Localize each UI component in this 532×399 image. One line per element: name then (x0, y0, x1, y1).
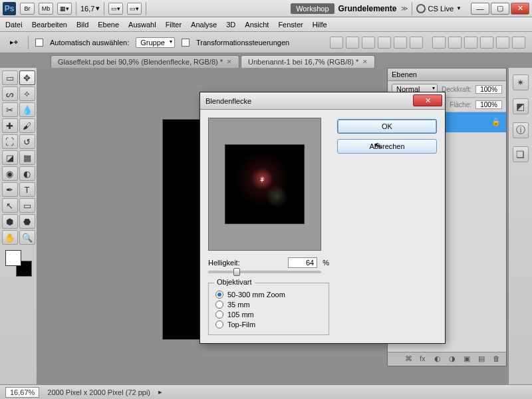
workspace-more-icon[interactable]: ≫ (401, 5, 408, 12)
pen-tool[interactable]: ✒ (2, 182, 18, 197)
align-icon[interactable] (394, 37, 407, 49)
lens-radio-topfilm[interactable] (215, 321, 223, 329)
menu-bearbeiten[interactable]: Bearbeiten (32, 21, 67, 29)
gradient-tool[interactable]: ▦ (19, 150, 35, 165)
ok-button[interactable]: OK (337, 119, 437, 134)
dodge-tool[interactable]: ◐ (19, 166, 35, 181)
blur-tool[interactable]: ◉ (2, 166, 18, 181)
doc-tab[interactable]: Unbenannt-1 bei 16,7% (RGB/8) *✕ (241, 55, 375, 68)
info-panel-icon[interactable]: ⓘ (513, 122, 529, 138)
maximize-button[interactable]: ▢ (491, 3, 509, 15)
crop-tool[interactable]: ✂ (2, 102, 18, 117)
dialog-titlebar[interactable]: Blendenflecke ✕ (200, 92, 445, 110)
menu-ebene[interactable]: Ebene (98, 21, 119, 29)
distribute-icon[interactable] (480, 37, 493, 49)
path-tool[interactable]: ↖ (2, 198, 18, 213)
zoom-selector[interactable]: 16,7▾ (80, 4, 100, 13)
distribute-icon[interactable] (512, 37, 525, 49)
layers-panel-icon[interactable]: ❏ (513, 146, 529, 162)
eyedropper-tool[interactable]: 💧 (19, 102, 35, 117)
adjustments-panel-icon[interactable]: ◩ (513, 98, 529, 114)
preview-image[interactable]: + (225, 144, 305, 224)
opacity-input[interactable]: 100% (475, 85, 502, 94)
marquee-tool[interactable]: ▭ (2, 70, 18, 85)
menu-fenster[interactable]: Fenster (278, 21, 303, 29)
lens-radio-105[interactable] (215, 311, 223, 319)
trash-icon[interactable]: 🗑 (493, 354, 502, 364)
layers-panel-title[interactable]: Ebenen (388, 68, 506, 81)
screen-mode-button[interactable]: ▭▾ (127, 3, 142, 15)
close-button[interactable]: ✕ (511, 3, 529, 15)
eraser-tool[interactable]: ◪ (2, 150, 18, 165)
view-extras-button[interactable]: ▭▾ (108, 3, 123, 15)
wand-tool[interactable]: ✧ (19, 86, 35, 101)
adjustment-icon[interactable]: ◑ (449, 354, 458, 364)
menu-hilfe[interactable]: Hilfe (313, 21, 327, 29)
lasso-tool[interactable]: ᔕ (2, 86, 18, 101)
brightness-input[interactable]: 64 (288, 257, 317, 268)
menu-ansicht[interactable]: Ansicht (245, 21, 269, 29)
close-icon[interactable]: ✕ (227, 59, 232, 65)
transform-checkbox[interactable] (182, 39, 190, 47)
brightness-slider[interactable] (208, 271, 321, 273)
menu-auswahl[interactable]: Auswahl (128, 21, 156, 29)
dialog-close-button[interactable]: ✕ (413, 94, 442, 106)
3d-tool[interactable]: ⬢ (2, 214, 18, 229)
align-icon[interactable] (330, 37, 343, 49)
distribute-icon[interactable] (448, 37, 462, 49)
zoom-status[interactable]: 16,67% (5, 387, 39, 398)
distribute-icon[interactable] (496, 37, 509, 49)
align-icon[interactable] (346, 37, 359, 49)
align-icon[interactable] (362, 37, 375, 49)
lens-radio-35[interactable] (215, 301, 223, 309)
info-chevron-icon[interactable]: ▸ (158, 388, 162, 396)
folder-icon[interactable]: ▣ (464, 354, 473, 364)
bridge-button[interactable]: Br (20, 3, 35, 15)
brush-tool[interactable]: 🖌 (19, 118, 35, 133)
arrange-button[interactable]: ▦▾ (57, 3, 72, 15)
auto-select-combo[interactable]: Gruppe (136, 37, 175, 48)
link-icon[interactable]: ⌘ (405, 354, 414, 364)
slider-thumb[interactable] (233, 268, 240, 276)
color-panel-icon[interactable]: ✴ (513, 74, 529, 90)
distribute-icon[interactable] (464, 37, 477, 49)
3d-camera-tool[interactable]: ⬣ (19, 214, 35, 229)
zoom-tool[interactable]: 🔍 (19, 230, 35, 245)
flare-center-icon[interactable]: + (260, 177, 264, 184)
distribute-icon[interactable] (432, 37, 446, 49)
hand-tool[interactable]: ✋ (2, 230, 18, 245)
menu-analyse[interactable]: Analyse (191, 21, 217, 29)
type-tool[interactable]: T (19, 182, 35, 197)
cslive-icon (416, 4, 426, 13)
color-swatches[interactable] (5, 250, 32, 277)
status-bar: 16,67% 2000 Pixel x 2000 Pixel (72 ppi) … (0, 384, 532, 399)
new-layer-icon[interactable]: ▤ (478, 354, 487, 364)
foreground-swatch[interactable] (5, 250, 21, 266)
fx-icon[interactable]: fx (420, 354, 429, 364)
minimize-button[interactable]: — (471, 3, 489, 15)
heal-tool[interactable]: ✚ (2, 118, 18, 133)
menu-filter[interactable]: Filter (166, 21, 182, 29)
fill-input[interactable]: 100% (475, 100, 502, 109)
cslive-button[interactable]: CS Live▼ (416, 4, 462, 13)
align-icon[interactable] (378, 37, 391, 49)
doc-tab[interactable]: Glaseffekt.psd bei 90,9% (Blendenflecke,… (51, 55, 239, 68)
menu-bild[interactable]: Bild (76, 21, 88, 29)
workshop-button[interactable]: Workshop (291, 3, 334, 14)
align-icon[interactable] (410, 37, 423, 49)
close-icon[interactable]: ✕ (362, 59, 368, 65)
workspace-name[interactable]: Grundelemente (338, 4, 397, 13)
mask-icon[interactable]: ◐ (434, 354, 444, 364)
document-info[interactable]: 2000 Pixel x 2000 Pixel (72 ppi) (47, 388, 150, 396)
menu-datei[interactable]: Datei (5, 21, 23, 29)
minibridge-button[interactable]: Mb (39, 3, 53, 15)
move-tool[interactable]: ✥ (19, 70, 35, 85)
preview-area[interactable]: + (208, 118, 321, 251)
lens-radio-50-300[interactable] (215, 291, 223, 299)
auto-select-checkbox[interactable] (35, 39, 43, 47)
shape-tool[interactable]: ▭ (19, 198, 35, 213)
history-brush-tool[interactable]: ↺ (19, 134, 35, 149)
stamp-tool[interactable]: ⛶ (2, 134, 18, 149)
cancel-button[interactable]: Abbrechen (337, 139, 437, 154)
menu-3d[interactable]: 3D (226, 21, 235, 29)
